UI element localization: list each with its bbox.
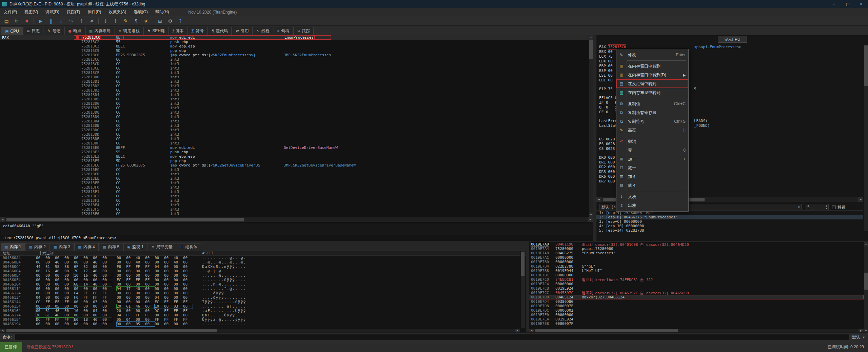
stack-row[interactable]: 0019E7AC00000000 (529, 255, 864, 260)
step-over-icon[interactable]: ↷ (66, 17, 76, 25)
disassembly-horizontal-scrollbar[interactable]: ◄ ► (0, 217, 593, 222)
tab-source[interactable]: ¶源代码 (208, 27, 232, 35)
disasm-row[interactable]: 752813D6CCint3 (0, 101, 589, 106)
menu-item[interactable]: 调试(D) (42, 8, 63, 16)
tab-references[interactable]: ⇄引用 (232, 27, 252, 35)
menu-item[interactable]: 选项(O) (130, 8, 151, 16)
disasm-row[interactable]: 752813F2CCint3 (0, 194, 589, 198)
scroll-down-arrow-icon[interactable]: ▼ (589, 213, 593, 217)
breakpoint-dot-icon[interactable] (76, 36, 79, 39)
disasm-row[interactable]: 752813D1CCint3 (0, 79, 589, 84)
dump-row[interactable]: 004660B400004000000040000000400000004000… (0, 260, 526, 265)
disasm-row[interactable]: 752813D0CCint3 (0, 75, 589, 79)
disasm-row[interactable]: 752813E08BFFmov edi,ediGetDeviceDriverBa… (0, 145, 589, 150)
disasm-row[interactable]: 752813EFCCint3 (0, 181, 589, 185)
tab-script[interactable]: ƒ脚本 (169, 27, 188, 35)
disasm-row[interactable]: 752813DFCCint3 (0, 141, 589, 145)
stack-arg-row[interactable]: 2: [esp+8] 00466275 "EnumProcesses" (596, 215, 863, 219)
scrollbar-thumb[interactable] (864, 45, 868, 86)
scroll-up-arrow-icon[interactable]: ▲ (864, 242, 868, 247)
scroll-left-arrow-icon[interactable]: ◄ (596, 197, 601, 202)
command-input[interactable] (15, 334, 849, 341)
disasm-row[interactable]: 752813E255push ebp (0, 150, 589, 154)
dump-row[interactable]: 0046615408000500000000002061460010000300… (0, 304, 526, 309)
scrollbar-thumb[interactable] (521, 252, 525, 276)
disasm-row[interactable]: 752813DBCCint3 (0, 123, 589, 128)
stack-vertical-scrollbar[interactable]: ▲ ▼ (864, 242, 868, 333)
pause-icon[interactable]: ‖ (46, 17, 56, 25)
dump-row[interactable]: 00466144CCFFFFFF0000030000000000FCFFFFFF… (0, 300, 526, 304)
menu-item[interactable]: 帮助(H) (152, 8, 173, 16)
disasm-row[interactable]: 752813ECCCint3 (0, 168, 589, 172)
stack-pane[interactable]: 0019E7A000401C98返回到 daxxor(32).00401C98 … (529, 242, 864, 333)
stack-arg-row[interactable]: 5: [esp+14] 022B2788 (596, 228, 863, 233)
dump-row[interactable]: 0046610400000000681440000000000000000000… (0, 282, 526, 287)
stack-row[interactable]: 0019E7B000000000 (529, 260, 864, 264)
tab-breakpoints[interactable]: ●断点 (64, 27, 85, 35)
stack-row[interactable]: 0019E7B4022B2788&"'gE" (529, 264, 864, 269)
vertical-splitter[interactable] (593, 35, 596, 241)
close-icon[interactable]: ✖ (22, 17, 32, 25)
dump-tab-memory-5[interactable]: ▦内存 5 (99, 243, 123, 251)
help-icon[interactable]: ? (175, 17, 185, 25)
disasm-row[interactable]: 752813EDCCint3 (0, 172, 589, 176)
maximize-button[interactable]: ▢ (841, 0, 854, 8)
bottom-splitter[interactable] (526, 242, 529, 333)
trace-into-icon[interactable]: ⇣ (100, 17, 111, 25)
dump-tab-locals[interactable]: ≡局部变量 (148, 243, 176, 251)
dump-row[interactable]: 0046613404000000F0FFFFFF0000000004000000… (0, 295, 526, 300)
dump-vertical-scrollbar[interactable] (520, 251, 525, 328)
stack-row[interactable]: 0019E7B80019E944L"HeI UI" (529, 269, 864, 273)
disasm-row[interactable]: 752813C38BECmov ebp,esp (0, 44, 589, 48)
scroll-up-arrow-icon[interactable]: ▲ (589, 35, 593, 40)
context-menu-item[interactable]: ⊞加一+ (616, 155, 688, 163)
calculator-icon[interactable]: ⊞ (155, 17, 165, 25)
dump-row[interactable]: 004660A400000000000000000000400000004000… (0, 256, 526, 260)
disasm-row[interactable]: 752813F6CCint3 (0, 212, 589, 216)
tab-call-stack[interactable]: ≡调用堆栈 (115, 27, 143, 35)
dump-row[interactable]: 0046612400000000F4FFFFFF0000000000000000… (0, 291, 526, 295)
patch-icon[interactable]: ✎ (121, 17, 131, 25)
dump-tab-memory-2[interactable]: ▦内存 2 (25, 243, 49, 251)
dump-row[interactable]: 004660F40000000000000000FCFFFFFF00000000… (0, 278, 526, 282)
disassembly-vertical-scrollbar[interactable]: ▲ ▼ (589, 35, 593, 217)
tab-cpu[interactable]: ▣CPU (1, 27, 23, 35)
menu-item[interactable]: 文件(F) (0, 8, 21, 16)
tab-log[interactable]: ≣日志 (23, 27, 43, 35)
disasm-row[interactable]: 752813DACCint3 (0, 119, 589, 123)
skip-icon[interactable]: ↠ (86, 17, 97, 25)
context-menu-item[interactable]: ⊟减一- (616, 163, 688, 172)
disasm-row[interactable]: 752813C255push ebp (0, 40, 589, 44)
registers-vertical-scrollbar[interactable] (864, 45, 868, 231)
disasm-row[interactable]: 752813D3CCint3 (0, 88, 589, 93)
comment-icon[interactable]: ¶ (131, 17, 141, 25)
spinner-arrows-icon[interactable]: ▲▼ (826, 204, 827, 210)
tab-notes[interactable]: ✎笔记 (44, 27, 64, 35)
stack-row[interactable]: 0019E7CC0045397C返回到 daxxor(32).0045397C … (529, 291, 864, 295)
disasm-row[interactable]: 752813F1CCint3 (0, 190, 589, 194)
dump-tab-memory-4[interactable]: ▦内存 4 (74, 243, 98, 251)
stack-row[interactable]: 0019E7E40019E924 (529, 317, 864, 321)
stack-row[interactable]: 0019E7A800466275"EnumProcesses" (529, 251, 864, 255)
dump-tab-watch-1[interactable]: ◉监视 1 (123, 243, 147, 251)
tab-trace[interactable]: ↝跟踪 (293, 27, 314, 35)
tab-memory-map[interactable]: ▦内存布局 (85, 27, 114, 35)
dump-row[interactable]: 004660C4446158586F520000F8FFFFFF04000000… (0, 265, 526, 269)
tab-seh[interactable]: ⚑SEH链 (143, 27, 169, 35)
dump-tab-memory-1[interactable]: ▦内存 1 (1, 243, 25, 251)
open-folder-icon[interactable]: ▤ (1, 17, 12, 25)
stack-row[interactable]: 0019E7D400380D86 (529, 299, 864, 304)
context-menu-item[interactable]: ⧉复制值Ctrl+C (616, 99, 688, 108)
disassembly-pane[interactable]: EAX 752813C08BFFmov edi,ediEnumProcesses… (0, 35, 589, 217)
stack-row[interactable]: 0019E7E80000007F (529, 321, 864, 326)
menu-item[interactable]: 视图(V) (21, 8, 42, 16)
stack-row[interactable]: 0019E7C074EEDC81返回到 kernelbase.74EEDC81 … (529, 277, 864, 282)
stack-row[interactable]: 0019E7C80019E924 (529, 286, 864, 291)
disasm-row[interactable]: 752813CECCint3 (0, 66, 589, 71)
run-icon[interactable]: ▶ (36, 17, 46, 25)
context-menu-item[interactable]: ↧入栈 (616, 192, 688, 201)
disasm-row[interactable]: 752813E55Dpop ebp (0, 159, 589, 163)
dump-row[interactable]: 004660D40B1640007C1740000000000000000000… (0, 269, 526, 273)
context-menu-item[interactable]: ↥出栈 (616, 201, 688, 210)
disasm-row[interactable]: 752813D7CCint3 (0, 106, 589, 110)
